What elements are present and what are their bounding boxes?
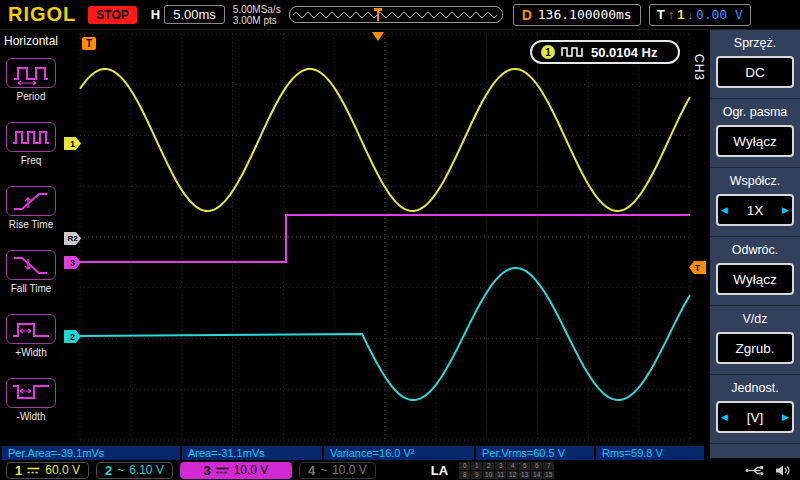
menu-item-value: Wyłącz bbox=[733, 134, 776, 149]
graticule-and-waveforms bbox=[62, 30, 708, 446]
digital-channel: 4 bbox=[507, 462, 518, 470]
ac-coupling-icon: ~ bbox=[117, 463, 124, 477]
top-status-bar: RIGOL STOP H 5.00ms 5.00MSa/s 3.00M pts … bbox=[0, 0, 800, 30]
menu-item-title: Odwróc. bbox=[710, 237, 800, 257]
channel3-status-box[interactable]: 3 10.0 V bbox=[180, 462, 292, 479]
freq-counter-value: 50.0104 Hz bbox=[591, 45, 658, 60]
digital-channel: 12 bbox=[507, 471, 518, 479]
menu-item-value: Zgrub. bbox=[735, 341, 774, 356]
memory-depth: 3.00M pts bbox=[233, 15, 281, 26]
preview-waveform-icon bbox=[290, 8, 500, 21]
menu-channel-tab: CH3 bbox=[691, 52, 707, 83]
run-state-badge[interactable]: STOP bbox=[88, 6, 136, 24]
digital-channel-grid[interactable]: 0 1 2 3 4 5 6 7 8 9 10 11 12 13 14 15 bbox=[459, 462, 554, 479]
menu-item-title: Współcz. bbox=[710, 168, 800, 188]
menu-item-value: [V] bbox=[747, 410, 764, 425]
channel4-id: 4 bbox=[308, 463, 315, 478]
digital-channel: 13 bbox=[519, 471, 530, 479]
rise-time-icon bbox=[6, 186, 56, 216]
sidebar-item-rise-time[interactable]: Rise Time bbox=[0, 176, 62, 240]
menu-item-coupling[interactable]: Sprzęż. DC bbox=[710, 30, 800, 99]
trigger-slope-icon: ↑ bbox=[668, 7, 675, 22]
menu-item-value: DC bbox=[745, 65, 765, 80]
digital-channel: 9 bbox=[471, 471, 482, 479]
menu-item-bandwidth-limit[interactable]: Ogr. pasma Wyłącz bbox=[710, 99, 800, 168]
horizontal-label: H bbox=[151, 7, 160, 22]
delay-readout: D 136.100000ms bbox=[513, 4, 641, 26]
digital-channel: 14 bbox=[531, 471, 542, 479]
measurement-results-bar: Per.Area=-39.1mVs Area=-31.1mVs Variance… bbox=[0, 446, 712, 460]
sidebar-item-period[interactable]: Period bbox=[0, 48, 62, 112]
menu-item-value-box: ◀ 1X ▶ bbox=[716, 194, 794, 226]
sidebar-item-label: Freq bbox=[21, 155, 42, 166]
digital-channel: 5 bbox=[519, 462, 530, 470]
menu-item-unit[interactable]: Jednost. ◀ [V] ▶ bbox=[710, 375, 800, 444]
sidebar-item-label: Fall Time bbox=[11, 283, 52, 294]
next-arrow-icon[interactable]: ▶ bbox=[782, 412, 789, 422]
delay-value: 136.100000ms bbox=[538, 7, 632, 22]
channel1-status-box[interactable]: 1 60.0 V bbox=[6, 462, 89, 479]
frequency-counter: 1 50.0104 Hz bbox=[530, 40, 680, 64]
channel4-scale: 10.0 V bbox=[332, 463, 367, 477]
channel2-status-box[interactable]: 2 ~ 6.10 V bbox=[96, 462, 173, 479]
digital-channel: 7 bbox=[543, 462, 554, 470]
sidebar-item-label: +Width bbox=[15, 347, 46, 358]
waveform-position-preview[interactable] bbox=[289, 6, 503, 23]
menu-item-value-box: Wyłącz bbox=[716, 263, 794, 295]
oscilloscope-screen: RIGOL STOP H 5.00ms 5.00MSa/s 3.00M pts … bbox=[0, 0, 800, 480]
channel4-status-box[interactable]: 4 ~ 10.0 V bbox=[299, 462, 376, 479]
menu-item-value-box: DC bbox=[716, 56, 794, 88]
channel1-id: 1 bbox=[15, 463, 22, 478]
speaker-icon bbox=[775, 464, 790, 477]
measurement-per-vrms: Per.Vrms=60.5 V bbox=[476, 446, 594, 460]
sidebar-item-plus-width[interactable]: +Width bbox=[0, 304, 62, 368]
digital-channel: 11 bbox=[495, 471, 506, 479]
menu-item-value-box: Zgrub. bbox=[716, 332, 794, 364]
menu-item-title: Sprzęż. bbox=[710, 30, 800, 50]
trigger-time-marker: T bbox=[82, 37, 96, 50]
trigger-position-flag-icon bbox=[374, 8, 382, 11]
sidebar-item-minus-width[interactable]: -Width bbox=[0, 368, 62, 432]
digital-channel: 0 bbox=[459, 462, 470, 470]
digital-channel: 1 bbox=[471, 462, 482, 470]
sample-rate: 5.00MSa/s bbox=[233, 4, 281, 15]
menu-item-value: 1X bbox=[747, 203, 764, 218]
timebase-value[interactable]: 5.00ms bbox=[164, 5, 225, 24]
dc-coupling-icon bbox=[216, 466, 229, 475]
plus-width-icon bbox=[6, 314, 56, 344]
menu-item-title: Jednost. bbox=[710, 375, 800, 395]
menu-item-title: Ogr. pasma bbox=[710, 99, 800, 119]
channel2-scale: 6.10 V bbox=[129, 463, 164, 477]
next-arrow-icon[interactable]: ▶ bbox=[782, 205, 789, 215]
sidebar-title: Horizontal bbox=[0, 30, 62, 48]
menu-item-invert[interactable]: Odwróc. Wyłącz bbox=[710, 237, 800, 306]
menu-item-value-box: Wyłącz bbox=[716, 125, 794, 157]
digital-channel: 2 bbox=[483, 462, 494, 470]
digital-channel: 3 bbox=[495, 462, 506, 470]
sidebar-item-fall-time[interactable]: Fall Time bbox=[0, 240, 62, 304]
measurement-area: Area=-31.1mVs bbox=[182, 446, 322, 460]
trigger-level-value: 0.00 V bbox=[696, 7, 743, 22]
menu-item-volts-per-div-mode[interactable]: V/dz Zgrub. bbox=[710, 306, 800, 375]
digital-channel: 10 bbox=[483, 471, 494, 479]
digital-channel: 8 bbox=[459, 471, 470, 479]
minus-width-icon bbox=[6, 378, 56, 408]
delay-label: D bbox=[522, 7, 532, 23]
dc-coupling-icon bbox=[27, 466, 40, 475]
channel2-id: 2 bbox=[105, 463, 112, 478]
menu-item-probe-ratio[interactable]: Współcz. ◀ 1X ▶ bbox=[710, 168, 800, 237]
channel1-scale: 60.0 V bbox=[45, 463, 80, 477]
digital-channel: 15 bbox=[543, 471, 554, 479]
trigger-readout: T ↑ 1 ↓ 0.00 V bbox=[649, 4, 751, 26]
trigger-label: T bbox=[657, 7, 665, 22]
measurement-variance: Variance=16.0 V² bbox=[324, 446, 474, 460]
trigger-source: 1 bbox=[677, 7, 684, 22]
prev-arrow-icon[interactable]: ◀ bbox=[721, 412, 728, 422]
freq-counter-channel-badge: 1 bbox=[541, 45, 555, 59]
logic-analyzer-label[interactable]: LA bbox=[431, 463, 448, 478]
sidebar-item-freq[interactable]: Freq bbox=[0, 112, 62, 176]
left-sidebar-horizontal-measure: Horizontal Period Freq bbox=[0, 30, 62, 446]
sidebar-item-label: Rise Time bbox=[9, 219, 53, 230]
prev-arrow-icon[interactable]: ◀ bbox=[721, 205, 728, 215]
rigol-logo: RIGOL bbox=[8, 3, 76, 26]
